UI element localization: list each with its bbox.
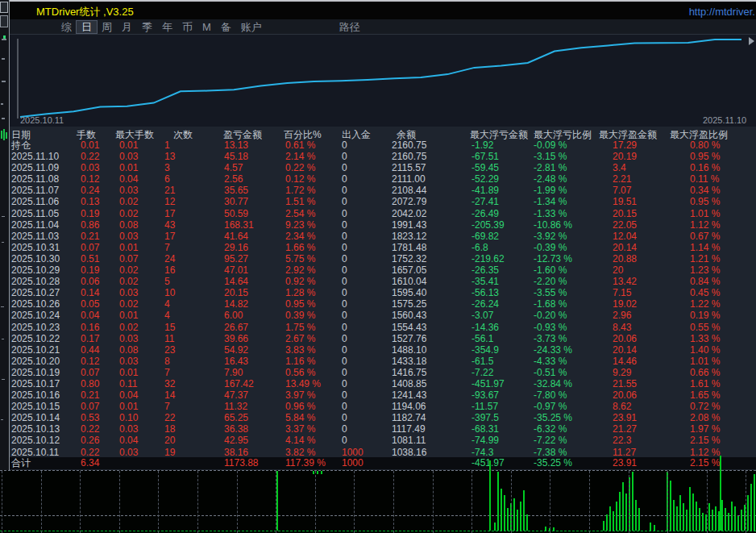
cell-2: 0.03	[119, 151, 164, 162]
cell-5: 0.61 %	[285, 139, 342, 151]
menu-item-季[interactable]: 季	[137, 21, 157, 33]
cell-3: 43	[164, 219, 224, 231]
menu-item-日[interactable]: 日	[77, 21, 97, 33]
cell-6: 0	[342, 208, 392, 219]
table-row[interactable]: 2025.10.190.070.0177.900.56 %01416.75-7.…	[10, 367, 756, 378]
cell-0: 2025.11.06	[11, 196, 81, 207]
table-row[interactable]: 2025.11.040.860.0843168.319.23 %01991.43…	[10, 219, 756, 231]
cell-11: 0.67 %	[690, 231, 756, 242]
cell-5: 1.66 %	[285, 242, 342, 253]
table-row[interactable]: 2025.11.060.130.021230.771.51 %02072.79-…	[10, 196, 756, 207]
table-row[interactable]: 2025.10.140.530.102265.255.84 %01182.74-…	[10, 412, 756, 423]
table-row[interactable]: 2025.11.090.030.0134.570.22 %02115.57-59…	[10, 162, 756, 173]
cell-0: 2025.11.09	[11, 162, 81, 173]
cell-3: 17	[164, 208, 224, 219]
cell-6: 0	[342, 298, 392, 310]
cell-4: 35.65	[224, 185, 285, 196]
table-row[interactable]: 2025.10.260.050.02414.820.95 %01575.25-2…	[10, 298, 756, 310]
cell-11: 0.55 %	[690, 322, 756, 333]
cell-3: 1	[164, 139, 224, 151]
table-row[interactable]: 2025.10.130.220.031836.383.37 %01117.49-…	[10, 423, 756, 435]
cell-9: -3.55 %	[534, 287, 613, 298]
cell-2: 0.02	[119, 298, 164, 310]
cell-5: 3.97 %	[285, 389, 342, 401]
grid-line	[158, 471, 159, 533]
total-row[interactable]: 合计6.341173.88117.39 %1000-451.97-35.25 %…	[10, 457, 756, 469]
cell-11: 1.65 %	[690, 389, 756, 401]
cell-9: -6.32 %	[534, 423, 613, 435]
cell-10: 20.19	[613, 151, 690, 162]
table-row[interactable]: 2025.10.120.260.042042.954.14 %01081.11-…	[10, 435, 756, 446]
menu-item-M[interactable]: M	[197, 21, 216, 33]
cell-5: 2.14 %	[285, 151, 342, 162]
cell-10: 7.15	[613, 287, 690, 298]
cell-9: -1.68 %	[534, 298, 613, 310]
menu-item-年[interactable]: 年	[157, 21, 177, 33]
cell-10: 8.62	[613, 401, 690, 412]
mtdriver-url-link[interactable]: http://mtdriver.	[689, 6, 755, 18]
menu-item-备[interactable]: 备	[216, 21, 236, 33]
cell-2: 0.10	[119, 412, 164, 423]
cell-9: -0.97 %	[534, 401, 613, 412]
table-row[interactable]: 2025.10.240.040.0146.000.39 %01560.43-3.…	[10, 310, 756, 321]
grid-line	[589, 471, 590, 533]
table-row[interactable]: 2025.11.070.240.032135.651.72 %02108.44-…	[10, 185, 756, 196]
cell-9: -3.92 %	[534, 231, 613, 242]
cell-0: 2025.10.14	[11, 412, 81, 423]
table-row[interactable]: 持仓0.010.01113.130.61 %02160.75-1.92-0.09…	[10, 139, 756, 151]
table-row[interactable]: 2025.10.150.070.01711.320.96 %01194.06-1…	[10, 401, 756, 412]
menu-item-周[interactable]: 周	[97, 21, 117, 33]
cell-10: 20.88	[613, 253, 690, 264]
cell-8: -205.39	[471, 219, 534, 231]
table-row[interactable]: 2025.10.310.070.01729.161.66 %01781.48-6…	[10, 242, 756, 253]
cell-0: 2025.11.10	[11, 151, 81, 162]
cell-5: 1.75 %	[285, 322, 342, 333]
cell-2: 0.03	[119, 287, 164, 298]
table-row[interactable]: 2025.10.160.210.041447.373.97 %01241.43-…	[10, 389, 756, 401]
table-row[interactable]: 2025.10.200.120.03816.431.16 %01433.18-6…	[10, 356, 756, 367]
table-row[interactable]: 2025.10.230.160.021526.671.75 %01554.43-…	[10, 322, 756, 333]
cell-0: 2025.10.26	[11, 298, 81, 310]
cell-7: 1081.11	[392, 435, 471, 446]
cell-8: -27.41	[471, 196, 534, 207]
cell-9: -1.60 %	[534, 264, 613, 276]
cell-6: 0	[342, 367, 392, 378]
menu-item-月[interactable]: 月	[117, 21, 137, 33]
chart-shift-icon[interactable]	[749, 37, 754, 45]
cell-6: 0	[342, 333, 392, 344]
cell-7: 1752.32	[392, 253, 471, 264]
cell-8: -26.49	[471, 208, 534, 219]
table-row[interactable]: 2025.10.170.800.1132167.4213.49 %01408.8…	[10, 378, 756, 389]
cell-9: -2.20 %	[534, 276, 613, 287]
table-row[interactable]: 2025.10.110.220.031938.163.82 %10001038.…	[10, 447, 756, 458]
toolbar-icon	[0, 2, 8, 13]
table-row[interactable]: 2025.11.100.220.031345.182.14 %02160.75-…	[10, 151, 756, 162]
menu-item-综[interactable]: 综	[56, 21, 77, 33]
cell-6: 0	[342, 322, 392, 333]
menu-item-path[interactable]: 路径	[334, 21, 365, 33]
window-title: MTDriver统计 ,V3.25	[36, 5, 134, 19]
table-row[interactable]: 2025.11.080.120.0462.560.12 %02111.00-52…	[10, 173, 756, 185]
cell-4: 29.16	[224, 242, 285, 253]
table-row[interactable]: 2025.10.270.140.031020.151.28 %01595.40-…	[10, 287, 756, 298]
table-row[interactable]: 2025.10.210.440.082354.923.83 %01488.10-…	[10, 344, 756, 356]
menu-item-币[interactable]: 币	[177, 21, 197, 33]
grid-line	[354, 471, 355, 533]
cell-6: 0	[342, 162, 392, 173]
table-row[interactable]: 2025.10.220.170.031139.662.67 %01527.76-…	[10, 333, 756, 344]
cell-2: 0.04	[119, 435, 164, 446]
cell-7: 1241.43	[392, 389, 471, 401]
table-row[interactable]: 2025.10.300.510.072495.275.75 %01752.32-…	[10, 253, 756, 264]
cell-11: 1.97 %	[690, 423, 756, 435]
cell-6: 0	[342, 389, 392, 401]
balance-curve	[10, 35, 756, 127]
table-row[interactable]: 2025.11.050.190.021750.592.54 %02042.02-…	[10, 208, 756, 219]
cell-3: 7	[164, 242, 224, 253]
cell-4: 39.66	[224, 333, 285, 344]
menu-item-账户[interactable]: 账户	[236, 21, 267, 33]
cell-7: 1610.04	[392, 276, 471, 287]
table-row[interactable]: 2025.11.030.210.031741.642.34 %01823.12-…	[10, 231, 756, 242]
cell-2: 0.02	[119, 276, 164, 287]
table-row[interactable]: 2025.10.280.060.02514.640.92 %01610.04-3…	[10, 276, 756, 287]
table-row[interactable]: 2025.10.290.190.021647.012.92 %01657.05-…	[10, 264, 756, 276]
